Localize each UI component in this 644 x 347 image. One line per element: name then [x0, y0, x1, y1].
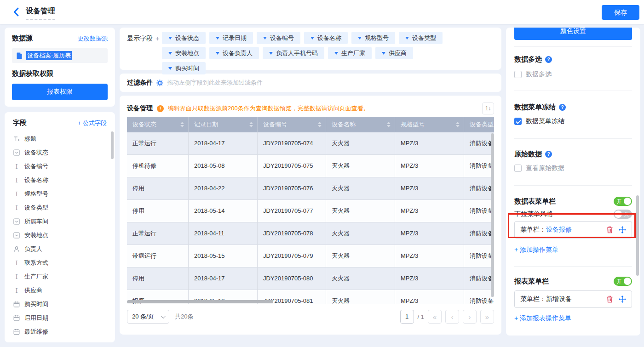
display-field-tag[interactable]: 购买时间 [162, 62, 206, 74]
field-item-enable-date[interactable]: 启用日期 [13, 311, 107, 325]
report-menu-section: 报表菜单栏 开 菜单栏： 新增设备 + 添加报表操作菜单 [514, 267, 632, 333]
cell: 消防设备 [464, 245, 494, 267]
caret-down-icon [168, 52, 172, 55]
pagination-bar: 20 条/页 共20条 1 / 1 « ‹ › » [127, 310, 494, 324]
raw-data-checkbox[interactable] [514, 165, 522, 172]
column-header[interactable]: 设备状态 [127, 117, 189, 132]
left-sidebar: 数据源 更改数据源 设备档案-履历表 数据获取权限 报表权限 字段 + 公式字段… [5, 28, 115, 342]
color-settings-button[interactable]: 颜色设置 [514, 28, 632, 40]
field-label: 标题 [24, 135, 36, 143]
tag-label: 设备负责人 [223, 49, 253, 57]
save-button[interactable]: 保存 [602, 5, 639, 20]
add-action-menu-link[interactable]: + 添加操作菜单 [514, 246, 558, 254]
display-field-tag[interactable]: 记录日期 [209, 32, 253, 44]
field-item-spec-model[interactable]: I 规格型号 [13, 187, 107, 201]
cell: 灭火器 [326, 245, 395, 267]
display-field-tag[interactable]: 生产厂家 [328, 47, 372, 59]
last-page-button[interactable]: » [480, 310, 494, 324]
field-item-contact[interactable]: I 联系方式 [13, 256, 107, 270]
move-menu-icon[interactable] [619, 226, 626, 233]
gear-icon[interactable] [156, 80, 163, 86]
cell: JDY20190705-076 [258, 177, 326, 199]
document-icon [16, 52, 23, 59]
menu-freeze-checkbox[interactable] [514, 118, 522, 125]
field-item-workshop[interactable]: 所属车间 [13, 215, 107, 228]
display-field-tag[interactable]: 负责人手机号码 [263, 47, 324, 59]
table-title: 设备管理 [127, 104, 153, 113]
column-header[interactable]: 设备编号 [258, 117, 326, 132]
field-item-purchase-date[interactable]: 购买时间 [13, 297, 107, 311]
column-header[interactable]: 规格型号 [395, 117, 464, 132]
display-field-tag[interactable]: 安装地点 [162, 47, 206, 59]
back-button[interactable] [11, 6, 22, 17]
menu-item-value: 新增设备 [546, 295, 572, 303]
prev-page-button[interactable]: ‹ [445, 310, 459, 324]
change-datasource-link[interactable]: 更改数据源 [78, 34, 108, 43]
report-menu-item[interactable]: 菜单栏： 新增设备 [514, 290, 632, 308]
help-icon[interactable]: ? [545, 151, 552, 158]
field-label: 负责人 [24, 245, 42, 253]
field-item-device-name[interactable]: I 设备名称 [13, 173, 107, 187]
display-field-tag[interactable]: 规格型号 [351, 32, 395, 44]
cell: 灭火器 [326, 200, 395, 222]
cell: MPZ/3 [395, 267, 464, 290]
move-menu-icon[interactable] [619, 296, 626, 303]
column-header[interactable]: 记录日期 [189, 117, 258, 132]
table-vertical-scrollbar[interactable] [491, 133, 494, 297]
cell: MPZ/3 [395, 222, 464, 245]
cell: 2018-05-14 [189, 200, 258, 222]
display-field-tag[interactable]: 设备类型 [399, 32, 443, 44]
default-sort-button[interactable]: 1↓ [482, 102, 494, 114]
page-size-select[interactable]: 20 条/页 [127, 310, 169, 324]
dropdown-style-toggle[interactable]: 关 [614, 210, 632, 219]
settings-scrollbar[interactable] [636, 195, 639, 276]
horizontal-scrollbar[interactable] [127, 300, 273, 303]
display-field-tag[interactable]: 设备状态 [162, 32, 206, 44]
field-item-title[interactable]: 标题 [13, 132, 107, 146]
field-item-owner[interactable]: 负责人 [13, 242, 107, 256]
report-menu-toggle[interactable]: 开 [614, 277, 632, 286]
delete-menu-icon[interactable] [606, 296, 613, 303]
field-item-device-status[interactable]: 设备状态 [13, 146, 107, 159]
first-page-button[interactable]: « [428, 310, 442, 324]
help-icon[interactable]: ? [559, 104, 566, 111]
field-item-supplier[interactable]: I 供应商 [13, 284, 107, 297]
cell: MPZ/3 [395, 245, 464, 267]
display-field-tags: 设备状态 记录日期 设备编号 设备名称 规格型号 设备类型 安装地点 设备负责人… [162, 32, 494, 66]
datasource-item[interactable]: 设备档案-履历表 [12, 48, 108, 63]
sort-arrows-icon [387, 120, 391, 129]
help-icon[interactable]: ? [545, 56, 552, 63]
add-display-field-icon[interactable]: + [155, 34, 160, 42]
field-item-device-type[interactable]: I 设备类型 [13, 201, 107, 215]
table-menu-item[interactable]: 菜单栏： 设备报修 [514, 221, 632, 239]
next-page-button[interactable]: › [463, 310, 477, 324]
table-menu-toggle[interactable]: 开 [614, 197, 632, 206]
add-report-action-menu-link[interactable]: + 添加报表操作菜单 [514, 314, 571, 323]
field-item-install-location[interactable]: 安装地点 [13, 228, 107, 242]
page-number-input[interactable]: 1 [400, 310, 414, 324]
column-header[interactable]: 设备类型 [464, 117, 494, 132]
display-field-tag[interactable]: 设备负责人 [209, 47, 259, 59]
report-permission-button[interactable]: 报表权限 [12, 84, 108, 100]
delete-menu-icon[interactable] [606, 226, 613, 233]
add-formula-field-link[interactable]: + 公式字段 [78, 119, 107, 127]
display-field-tag[interactable]: 设备编号 [257, 32, 300, 44]
table-row: 停用2018-04-17JDY20190705-080灭火器MPZ/3消防设备 [127, 267, 494, 290]
fields-scrollbar[interactable] [111, 131, 114, 159]
filter-drop-area[interactable]: 过滤条件 拖动左侧字段到此处来添加过滤条件 [120, 74, 501, 92]
cell: 灭火器 [326, 222, 395, 245]
column-header[interactable]: 设备名称 [326, 117, 395, 132]
tag-label: 负责人手机号码 [276, 49, 318, 57]
field-item-manufacturer[interactable]: I 生产厂家 [13, 270, 107, 284]
cell: 灭火器 [326, 132, 395, 154]
top-bar: 设备管理 保存 [0, 0, 644, 24]
display-field-tag[interactable]: 设备名称 [304, 32, 348, 44]
field-item-device-no[interactable]: I 设备编号 [13, 159, 107, 173]
cell: 灭火器 [326, 177, 395, 199]
field-item-last-repair[interactable]: 最近维修 [13, 325, 107, 339]
filter-placeholder: 拖动左侧字段到此处来添加过滤条件 [167, 79, 263, 87]
multi-select-checkbox[interactable] [514, 71, 522, 78]
cell: 消防设备 [464, 177, 494, 199]
table-menu-heading: 数据表菜单栏 [514, 197, 556, 206]
display-field-tag[interactable]: 供应商 [375, 47, 413, 59]
